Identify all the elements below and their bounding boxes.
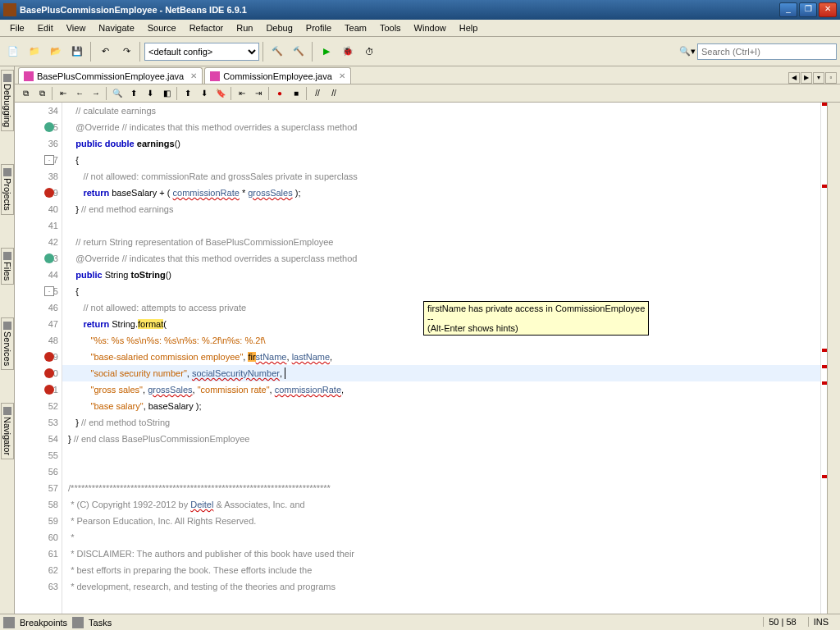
menu-tools[interactable]: Tools xyxy=(373,21,408,34)
next-bookmark-button[interactable]: ⬇ xyxy=(197,86,212,101)
menu-source[interactable]: Source xyxy=(141,21,183,34)
gutter-line[interactable]: 55 xyxy=(15,447,62,463)
fold-icon[interactable]: - xyxy=(44,155,54,165)
gutter-line[interactable]: 49 xyxy=(15,349,62,365)
clean-build-button[interactable]: 🔨 xyxy=(289,42,308,62)
gutter-line[interactable]: 36 xyxy=(15,135,62,152)
gutter-line[interactable]: 48 xyxy=(15,332,62,349)
code-line[interactable]: } // end method earnings xyxy=(62,201,820,217)
toggle-bookmark-button[interactable]: 🔖 xyxy=(213,86,228,101)
source-button[interactable]: ⧉ xyxy=(18,86,33,101)
scroll-left-button[interactable]: ◀ xyxy=(788,72,800,84)
forward-button[interactable]: → xyxy=(89,86,103,101)
code-line[interactable] xyxy=(62,463,820,480)
gutter-line[interactable]: 42 xyxy=(15,234,62,250)
gutter-line[interactable]: 43 xyxy=(15,250,62,267)
code-line[interactable]: { xyxy=(62,152,820,168)
error-icon[interactable] xyxy=(44,188,54,198)
override-icon[interactable] xyxy=(44,122,54,132)
code-line[interactable]: { xyxy=(62,283,820,299)
last-edit-button[interactable]: ⇤ xyxy=(56,86,71,101)
minimize-button[interactable]: _ xyxy=(779,2,797,17)
gutter-line[interactable]: 52 xyxy=(15,398,62,414)
undo-button[interactable]: ↶ xyxy=(95,42,115,62)
new-file-button[interactable]: 📄 xyxy=(3,42,23,62)
gutter-line[interactable]: 41 xyxy=(15,217,62,234)
back-button[interactable]: ← xyxy=(72,86,87,101)
find-next-button[interactable]: ⬇ xyxy=(143,86,158,101)
gutter-line[interactable]: 54 xyxy=(15,431,62,447)
menu-team[interactable]: Team xyxy=(338,21,373,34)
gutter-line[interactable]: 51 xyxy=(15,381,62,398)
code-line[interactable]: return baseSalary + ( commissionRate * g… xyxy=(62,185,820,201)
code-editor[interactable]: firstName has private access in Commissi… xyxy=(62,103,820,614)
uncomment-button[interactable]: // xyxy=(326,86,341,101)
menu-help[interactable]: Help xyxy=(453,21,485,34)
code-line[interactable]: * Pearson Education, Inc. All Rights Res… xyxy=(62,513,820,529)
shift-right-button[interactable]: ⇥ xyxy=(251,86,266,101)
gutter-line[interactable]: 40 xyxy=(15,201,62,217)
fold-icon[interactable]: - xyxy=(44,286,54,296)
comment-button[interactable]: // xyxy=(310,86,325,101)
config-select[interactable]: <default config> xyxy=(144,43,259,61)
gutter-line[interactable]: 45- xyxy=(15,283,62,299)
gutter-line[interactable]: 50 xyxy=(15,365,62,381)
code-line[interactable]: // not allowed: commissionRate and gross… xyxy=(62,168,820,185)
close-button[interactable]: ✕ xyxy=(819,2,837,17)
gutter-line[interactable]: 35 xyxy=(15,119,62,135)
error-stripe[interactable] xyxy=(820,103,827,614)
macro-stop-button[interactable]: ■ xyxy=(289,86,304,101)
menu-profile[interactable]: Profile xyxy=(299,21,338,34)
menu-debug[interactable]: Debug xyxy=(259,21,299,34)
gutter-line[interactable]: 58 xyxy=(15,496,62,513)
code-line[interactable]: public double earnings() xyxy=(62,135,820,152)
menu-run[interactable]: Run xyxy=(230,21,259,34)
error-icon[interactable] xyxy=(44,368,54,378)
code-line[interactable]: } // end method toString xyxy=(62,414,820,431)
new-project-button[interactable]: 📁 xyxy=(25,42,44,62)
code-line[interactable]: * best efforts in preparing the book. Th… xyxy=(62,562,820,578)
gutter-line[interactable]: 44 xyxy=(15,267,62,283)
gutter-line[interactable]: 61 xyxy=(15,546,62,562)
close-tab-icon[interactable]: ✕ xyxy=(339,71,345,80)
gutter-line[interactable]: 57 xyxy=(15,480,62,496)
sidebar-tab-projects[interactable]: Projects xyxy=(1,164,14,215)
menu-file[interactable]: File xyxy=(3,21,31,34)
menu-window[interactable]: Window xyxy=(408,21,453,34)
gutter-line[interactable]: 56 xyxy=(15,463,62,480)
code-line[interactable] xyxy=(62,217,820,234)
gutter-line[interactable]: 39 xyxy=(15,185,62,201)
sidebar-tab-services[interactable]: Services xyxy=(1,317,14,370)
gutter-line[interactable]: 60 xyxy=(15,529,62,546)
scroll-right-button[interactable]: ▶ xyxy=(801,72,812,84)
gutter-line[interactable]: 59 xyxy=(15,513,62,529)
sidebar-tab-navigator[interactable]: Navigator xyxy=(1,403,14,459)
gutter-line[interactable]: 34 xyxy=(15,103,62,119)
code-line[interactable]: public String toString() xyxy=(62,267,820,283)
save-button[interactable]: 💾 xyxy=(67,42,87,62)
macro-record-button[interactable]: ● xyxy=(272,86,287,101)
code-line[interactable]: * development, research, and testing of … xyxy=(62,578,820,595)
breakpoints-tab[interactable]: Breakpoints xyxy=(20,618,67,628)
debug-button[interactable]: 🐞 xyxy=(338,42,358,62)
code-line[interactable]: * DISCLAIMER: The authors and publisher … xyxy=(62,546,820,562)
gutter-line[interactable]: 63 xyxy=(15,578,62,595)
build-button[interactable]: 🔨 xyxy=(267,42,287,62)
open-button[interactable]: 📂 xyxy=(46,42,66,62)
code-line[interactable]: @Override // indicates that this method … xyxy=(62,119,820,135)
gutter-line[interactable]: 53 xyxy=(15,414,62,431)
toggle-highlight-button[interactable]: ◧ xyxy=(159,86,174,101)
history-button[interactable]: ⧉ xyxy=(34,86,49,101)
sidebar-tab-debugging[interactable]: Debugging xyxy=(1,70,14,131)
menu-edit[interactable]: Edit xyxy=(31,21,60,34)
code-line[interactable]: "gross sales", grossSales, "commission r… xyxy=(62,381,820,398)
code-line[interactable]: // return String representation of BaseP… xyxy=(62,234,820,250)
code-line[interactable]: @Override // indicates that this method … xyxy=(62,250,820,267)
tasks-tab[interactable]: Tasks xyxy=(89,618,112,628)
tab-baseplus[interactable]: BasePlusCommissionEmployee.java ✕ xyxy=(18,67,203,84)
line-gutter[interactable]: 34353637-3839404142434445-46474849505152… xyxy=(15,103,62,614)
prev-bookmark-button[interactable]: ⬆ xyxy=(180,86,195,101)
redo-button[interactable]: ↷ xyxy=(116,42,136,62)
gutter-line[interactable]: 46 xyxy=(15,299,62,316)
tab-commission[interactable]: CommissionEmployee.java ✕ xyxy=(204,67,351,84)
